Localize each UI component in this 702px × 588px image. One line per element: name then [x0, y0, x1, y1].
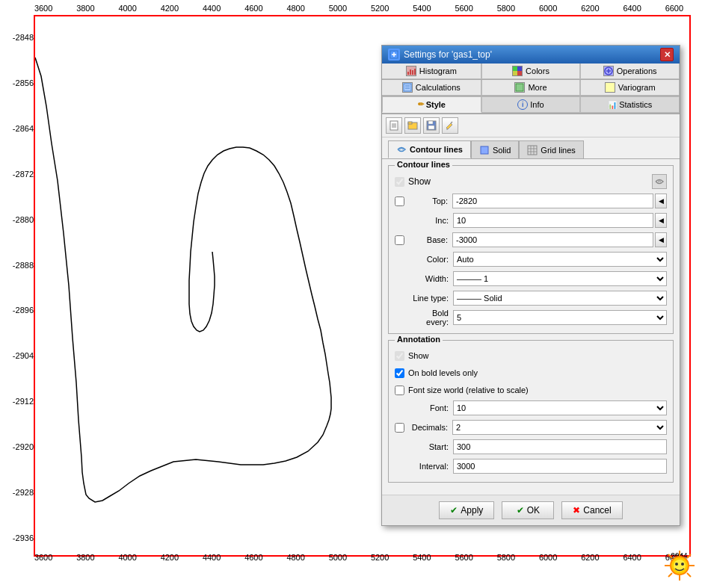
- svg-point-11: [681, 563, 684, 566]
- contour-lines-group: Contour lines Show: [388, 165, 674, 334]
- bold-select[interactable]: 5: [453, 310, 667, 325]
- tab-style-label: Style: [426, 100, 446, 109]
- tab-more-label: More: [528, 83, 546, 92]
- close-button[interactable]: ✕: [660, 48, 674, 61]
- contour-icon-btn[interactable]: [652, 174, 667, 189]
- content-tab-gridlines-label: Grid lines: [541, 146, 575, 155]
- tab-operations[interactable]: Operations: [580, 64, 680, 79]
- toolbar-new-btn[interactable]: [386, 117, 402, 134]
- x-axis-top: 3600380040004200440046004800500052005400…: [22, 4, 695, 13]
- tab-colors-label: Colors: [526, 66, 549, 75]
- settings-panel: Contour lines Show: [382, 159, 680, 495]
- base-arrow-btn[interactable]: ◀: [655, 232, 667, 247]
- content-tab-solid[interactable]: Solid: [471, 140, 519, 158]
- tab-statistics-label: Statistics: [619, 100, 652, 109]
- content-tab-contour-label: Contour lines: [410, 145, 463, 154]
- calculations-icon: [402, 82, 413, 93]
- cancel-label: Cancel: [583, 505, 611, 516]
- annotation-show-row: Show: [395, 348, 667, 363]
- svg-line-6: [668, 554, 672, 558]
- ok-check-icon: ✔: [517, 505, 524, 516]
- toolbar-save-btn[interactable]: [423, 117, 440, 134]
- show-checkbox[interactable]: [395, 177, 404, 187]
- svg-rect-18: [414, 69, 416, 75]
- cancel-button[interactable]: ✖ Cancel: [561, 501, 622, 519]
- interval-row: Interval:: [395, 458, 667, 474]
- svg-rect-22: [517, 71, 522, 75]
- svg-line-39: [451, 122, 452, 123]
- svg-rect-16: [410, 69, 411, 75]
- annotation-show-checkbox[interactable]: [395, 351, 404, 361]
- histogram-icon: [406, 66, 416, 76]
- width-select[interactable]: ——— 1: [453, 271, 667, 286]
- contour-lines-group-title: Contour lines: [395, 160, 452, 169]
- content-tab-gridlines[interactable]: Grid lines: [519, 140, 583, 158]
- svg-rect-42: [528, 146, 537, 155]
- statistics-icon: 📊: [608, 101, 617, 109]
- svg-rect-21: [513, 71, 517, 75]
- on-bold-row: On bold levels only: [395, 365, 667, 380]
- font-select[interactable]: 10: [453, 400, 667, 415]
- color-select[interactable]: Auto: [453, 252, 667, 267]
- colors-icon: [512, 66, 523, 76]
- tab-variogram[interactable]: Variogram: [580, 80, 680, 96]
- svg-rect-17: [412, 70, 413, 75]
- tab-more[interactable]: More: [481, 80, 581, 96]
- operations-icon: [603, 66, 614, 76]
- tab-calculations[interactable]: Calculations: [382, 80, 481, 96]
- interval-label: Interval:: [408, 462, 453, 471]
- svg-rect-26: [404, 84, 411, 91]
- svg-rect-29: [516, 84, 523, 91]
- base-label: Base:: [407, 235, 452, 244]
- top-input[interactable]: [452, 194, 653, 208]
- svg-rect-38: [428, 126, 434, 129]
- tab-info[interactable]: i Info: [481, 96, 581, 113]
- color-row: Color: Auto: [395, 251, 667, 267]
- inc-arrow-btn[interactable]: ◀: [655, 213, 667, 228]
- tab-info-label: Info: [530, 100, 544, 109]
- toolbar-open-btn[interactable]: [404, 117, 421, 134]
- gridlines-icon: [527, 145, 538, 155]
- tab-histogram[interactable]: Histogram: [382, 64, 481, 79]
- tab-variogram-label: Variogram: [618, 83, 656, 92]
- decimals-select[interactable]: 2: [452, 420, 667, 435]
- toolbar-edit-btn[interactable]: [442, 117, 458, 134]
- sun-icon: [661, 547, 698, 584]
- tab-style[interactable]: ✏ Style: [382, 96, 481, 113]
- base-input[interactable]: [452, 232, 653, 247]
- decimals-row: Decimals: 2: [395, 419, 667, 436]
- color-label: Color:: [408, 255, 453, 264]
- top-arrow-btn[interactable]: ◀: [655, 194, 667, 208]
- svg-rect-35: [408, 122, 412, 124]
- tab-statistics[interactable]: 📊 Statistics: [580, 96, 680, 113]
- linetype-select[interactable]: ——— Solid: [453, 291, 667, 306]
- style-tabs-row: ✏ Style i Info 📊 Statistics: [382, 96, 680, 114]
- interval-input[interactable]: [453, 459, 667, 474]
- top-checkbox[interactable]: [395, 196, 404, 206]
- menu-tabs-row1: Histogram Colors Operations: [382, 64, 680, 80]
- base-checkbox[interactable]: [395, 235, 404, 245]
- annotation-show-label: Show: [408, 351, 429, 360]
- dialog-titlebar: Settings for 'gas1_top' ✕: [382, 46, 680, 64]
- content-tabs: Contour lines Solid Grid lines: [382, 137, 680, 159]
- ok-button[interactable]: ✔ OK: [502, 501, 554, 519]
- decimals-checkbox[interactable]: [395, 423, 404, 433]
- start-row: Start:: [395, 439, 667, 455]
- font-size-world-checkbox[interactable]: [395, 386, 404, 395]
- linetype-label: Line type:: [408, 294, 453, 303]
- variogram-icon: [605, 82, 615, 93]
- content-tab-contour[interactable]: Contour lines: [388, 140, 471, 158]
- on-bold-checkbox[interactable]: [395, 368, 404, 378]
- solid-icon: [479, 145, 490, 155]
- top-row: Top: ◀: [395, 193, 667, 209]
- y-axis-left: -2848-2856-2864-2872-2880-2888-2896-2904…: [4, 15, 34, 560]
- apply-button[interactable]: ✔ Apply: [439, 501, 494, 519]
- settings-dialog: Settings for 'gas1_top' ✕ Histogram: [381, 45, 680, 526]
- font-label: Font:: [408, 403, 453, 412]
- cancel-x-icon: ✖: [573, 505, 580, 516]
- start-input[interactable]: [453, 439, 667, 454]
- tab-colors[interactable]: Colors: [481, 64, 581, 79]
- inc-input[interactable]: [453, 213, 653, 228]
- toolbar2: [382, 114, 680, 137]
- bold-row: Bold every: 5: [395, 309, 667, 326]
